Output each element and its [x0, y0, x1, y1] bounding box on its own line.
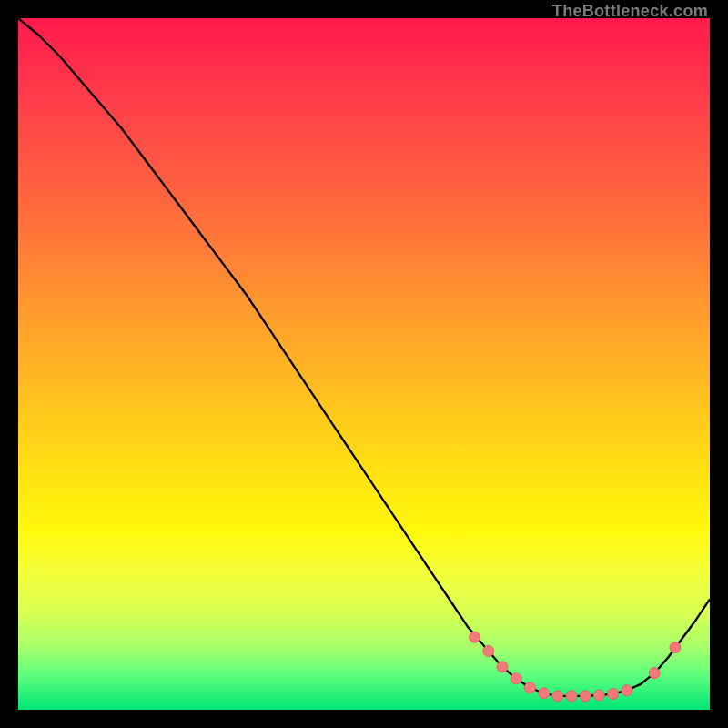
- chart-container: TheBottleneck.com: [0, 0, 728, 728]
- bottleneck-curve: [18, 18, 710, 696]
- data-dot: [470, 632, 480, 642]
- data-dot: [608, 689, 619, 700]
- data-dot: [566, 691, 577, 702]
- data-dot: [483, 645, 494, 656]
- data-dot: [552, 691, 563, 702]
- data-dot: [670, 642, 681, 653]
- data-dot: [497, 662, 508, 672]
- chart-svg: [18, 18, 710, 710]
- data-dot: [593, 690, 604, 701]
- data-dot: [524, 682, 535, 693]
- data-dots: [470, 632, 681, 702]
- data-dot: [580, 691, 591, 702]
- data-dot: [511, 673, 521, 684]
- data-dot: [622, 685, 632, 696]
- data-dot: [539, 688, 550, 699]
- data-dot: [649, 668, 660, 679]
- plot-area: [18, 18, 710, 710]
